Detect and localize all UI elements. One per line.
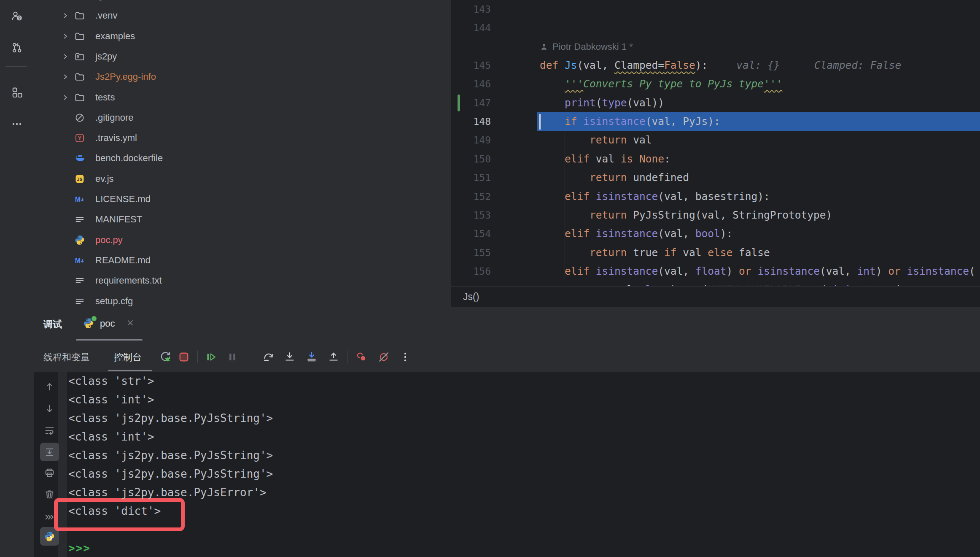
tree-item--github[interactable]: .github [34, 0, 451, 5]
chevron-right-icon[interactable] [62, 32, 69, 40]
tree-item-poc-py[interactable]: poc.py [34, 231, 451, 249]
tree-item--gitignore[interactable]: .gitignore [34, 108, 451, 127]
tree-item-license-md[interactable]: MLICENSE.md [34, 190, 451, 208]
code-line-153: return PyJsString(val, StringPrototype) [540, 206, 832, 224]
code-line-157: val, long) or (NUMPY_AVAILABLE and isins… [540, 281, 901, 286]
tree-item-requirements-txt[interactable]: requirements.txt [34, 271, 451, 290]
session-tab-poc[interactable]: poc [100, 318, 115, 329]
tree-item-js2py[interactable]: js2py [34, 47, 451, 66]
tree-item--travis-yml[interactable]: Y.travis.yml [34, 129, 451, 147]
author-annotation: Piotr Dabkowski 1 * [540, 38, 633, 56]
close-icon[interactable] [125, 317, 136, 328]
step-into-icon[interactable] [283, 351, 296, 363]
javascript-icon: JS [74, 173, 85, 184]
soft-wrap-icon[interactable] [44, 425, 55, 436]
structure-icon[interactable] [6, 81, 28, 103]
clear-icon[interactable] [44, 489, 55, 500]
view-breakpoints-icon[interactable] [355, 351, 368, 363]
line-number-150: 150 [451, 150, 491, 168]
tree-item-label: bench.dockerfile [95, 149, 163, 168]
up-icon[interactable] [44, 381, 55, 392]
toolbar-separator [197, 351, 198, 363]
line-number-149: 149 [451, 131, 491, 149]
python-console-icon[interactable] [44, 531, 55, 542]
mute-breakpoints-icon[interactable] [377, 351, 390, 363]
tree-item-label: tests [95, 88, 115, 107]
more-vertical-icon[interactable] [399, 351, 412, 363]
tree-item-js2py-egg-info[interactable]: Js2Py.egg-info [34, 68, 451, 86]
line-number-147: 147 [451, 94, 491, 112]
tree-item--venv[interactable]: .venv [34, 6, 451, 25]
code-line-147: print(type(val)) [540, 94, 664, 112]
print-icon[interactable] [44, 467, 55, 479]
step-out-icon[interactable] [327, 351, 340, 363]
pause-icon[interactable] [226, 351, 239, 363]
step-over-icon[interactable] [262, 351, 275, 363]
user-help-icon[interactable]: ? [6, 5, 28, 27]
folder-source-icon [74, 51, 85, 62]
yaml-travis-icon: Y [74, 132, 85, 143]
force-step-into-icon[interactable] [305, 351, 318, 363]
svg-text:?: ? [18, 16, 21, 21]
expand-icon[interactable] [44, 511, 55, 523]
more-icon[interactable] [6, 113, 28, 135]
console-tab-indicator [108, 370, 152, 371]
toolbar-separator [347, 351, 347, 363]
down-icon[interactable] [44, 403, 55, 414]
code-line-150: elif val is None: [540, 150, 670, 168]
tree-item-examples[interactable]: examples [34, 27, 451, 46]
git-graph-icon[interactable] [6, 37, 28, 59]
chevron-right-icon[interactable] [62, 73, 69, 81]
folder-icon [74, 10, 85, 21]
text-file-icon [74, 214, 85, 225]
tree-item-manifest[interactable]: MANIFEST [34, 210, 451, 229]
line-number-155: 155 [451, 243, 491, 262]
ignored-file-icon [74, 112, 85, 123]
tree-item-label: .github [95, 0, 123, 5]
resume-icon[interactable] [205, 351, 217, 363]
tree-item-ev-js[interactable]: JSev.js [34, 170, 451, 188]
tree-item-readme-md[interactable]: MREADME.md [34, 251, 451, 270]
line-number-151: 151 [451, 168, 491, 187]
session-tab-indicator [76, 339, 143, 341]
tree-item-label: examples [95, 27, 135, 46]
tree-item-label: .travis.yml [95, 129, 137, 147]
debug-panel-title: 调试 [43, 318, 62, 331]
console-output-line: <class 'int'> [68, 390, 154, 409]
console-output-line: <class 'js2py.base.PyJsError'> [68, 483, 267, 502]
folder-icon [74, 0, 85, 1]
chevron-right-icon[interactable] [62, 94, 69, 101]
console-output-line: <class 'js2py.base.PyJsString'> [68, 446, 273, 465]
project-tree-panel[interactable]: .github.venvexamplesjs2pyJs2Py.egg-infot… [34, 0, 451, 307]
code-line-156: elif isinstance(val, float) or isinstanc… [540, 262, 975, 281]
chevron-right-icon[interactable] [62, 12, 69, 19]
console-output-line: <class 'str'> [68, 372, 154, 390]
code-editor[interactable]: Piotr Dabkowski 1 *def Js(val, Clamped=F… [451, 0, 980, 286]
scroll-to-end-icon[interactable] [44, 446, 55, 458]
code-line-152: elif isinstance(val, basestring): [540, 187, 770, 206]
code-line-151: return undefined [540, 168, 689, 187]
folder-icon [74, 71, 85, 82]
tree-item-setup-cfg[interactable]: setup.cfg [34, 292, 451, 307]
console-output-line: <class 'js2py.base.PyJsString'> [68, 465, 273, 483]
rerun-icon[interactable] [159, 351, 172, 363]
tree-item-label: js2py [95, 47, 117, 66]
line-number-146: 146 [451, 75, 491, 93]
chevron-right-icon[interactable] [62, 53, 69, 60]
tree-item-label: requirements.txt [95, 271, 162, 290]
stop-icon[interactable] [178, 351, 190, 363]
svg-text:M: M [75, 257, 81, 264]
svg-text:Y: Y [78, 135, 81, 141]
breadcrumb-item[interactable]: Js() [463, 291, 479, 302]
tree-item-tests[interactable]: tests [34, 88, 451, 107]
debugger-inline-hint: Clamped: False [814, 59, 902, 71]
tab-threads-variables[interactable]: 线程和变量 [43, 351, 90, 364]
tab-console[interactable]: 控制台 [114, 351, 142, 364]
tree-item-bench-dockerfile[interactable]: bench.dockerfile [34, 149, 451, 168]
line-number-157: 157 [451, 281, 491, 286]
tree-item-label: setup.cfg [95, 292, 133, 307]
breadcrumb[interactable]: Js() [451, 286, 980, 307]
code-line-155: return true if val else false [540, 243, 770, 262]
text-caret [539, 114, 541, 130]
tree-item-label: ev.js [95, 170, 114, 188]
